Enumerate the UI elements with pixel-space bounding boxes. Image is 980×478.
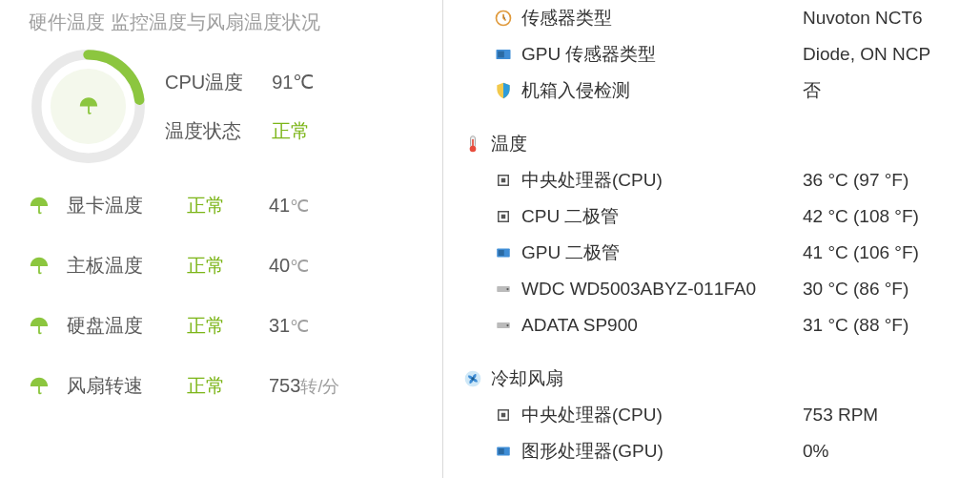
chip-icon	[493, 170, 514, 191]
cpu-value: 36 °C (97 °F)	[803, 170, 909, 191]
table-row[interactable]: GPU 二极管 41 °C (106 °F)	[462, 235, 980, 271]
cpu-fan-label: 中央处理器(CPU)	[521, 403, 663, 427]
clock-icon	[493, 8, 514, 29]
sensor-tree: 传感器类型 Nuvoton NCT6 GPU 传感器类型 Diode, ON N…	[462, 0, 980, 469]
wdc-drive-label: WDC WD5003ABYZ-011FA0	[521, 279, 756, 300]
temp-section-label: 温度	[491, 132, 527, 156]
gpu-temp-label: 显卡温度	[67, 193, 181, 218]
gpu-temp-status: 正常	[187, 193, 263, 218]
gpu-sensor-type-value: Diode, ON NCP	[803, 44, 930, 65]
gpu-fan-label: 图形处理器(GPU)	[521, 439, 664, 464]
left-header: 硬件温度 监控温度与风扇温度状况	[29, 10, 425, 35]
gpu-icon	[493, 441, 514, 462]
cpu-temp-value: 91℃	[272, 71, 314, 94]
list-item: 风扇转速 正常 753转/分	[29, 373, 425, 399]
svg-rect-24	[499, 448, 504, 454]
hdd-temp-label: 硬盘温度	[67, 313, 181, 339]
chassis-intrusion-value: 否	[803, 78, 821, 103]
drive-icon	[493, 279, 514, 300]
hdd-temp-status: 正常	[187, 313, 263, 339]
svg-rect-22	[501, 413, 506, 418]
shield-icon	[493, 80, 514, 101]
cpu-diode-value: 42 °C (108 °F)	[803, 206, 919, 227]
table-row[interactable]: 机箱入侵检测 否	[462, 73, 980, 109]
umbrella-icon	[78, 96, 99, 117]
svg-rect-8	[472, 139, 474, 149]
cpu-diode-label: CPU 二极管	[521, 204, 619, 229]
sensor-type-label: 传感器类型	[521, 6, 612, 31]
cpu-fan-value: 753 RPM	[803, 405, 878, 426]
cpu-label: 中央处理器(CPU)	[521, 168, 663, 193]
table-row[interactable]: 中央处理器(CPU) 36 °C (97 °F)	[462, 162, 980, 198]
thermometer-icon	[462, 134, 483, 155]
fan-speed-status: 正常	[187, 373, 263, 399]
svg-rect-5	[498, 52, 504, 58]
right-panel: 传感器类型 Nuvoton NCT6 GPU 传感器类型 Diode, ON N…	[443, 0, 980, 478]
table-row[interactable]: 中央处理器(CPU) 753 RPM	[462, 397, 980, 433]
list-item: 主板温度 正常 40℃	[29, 253, 425, 279]
list-item: 硬盘温度 正常 31℃	[29, 313, 425, 339]
table-row[interactable]: CPU 二极管 42 °C (108 °F)	[462, 198, 980, 235]
gpu-diode-value: 41 °C (106 °F)	[803, 242, 919, 263]
table-row[interactable]: 传感器类型 Nuvoton NCT6	[462, 0, 980, 36]
fan-section-label: 冷却风扇	[491, 366, 563, 391]
gpu-icon	[493, 44, 514, 65]
sensor-type-value: Nuvoton NCT6	[803, 8, 923, 29]
gpu-fan-value: 0%	[803, 441, 828, 462]
umbrella-icon	[29, 196, 50, 217]
svg-point-18	[506, 324, 508, 326]
svg-point-16	[506, 288, 508, 290]
gpu-temp-value: 41℃	[269, 195, 374, 217]
chassis-intrusion-label: 机箱入侵检测	[521, 78, 630, 103]
temp-status-value: 正常	[272, 118, 314, 144]
umbrella-icon	[29, 376, 50, 397]
fan-speed-label: 风扇转速	[67, 373, 181, 399]
fan-icon	[462, 368, 483, 389]
temp-status-label: 温度状态	[165, 118, 243, 144]
mb-temp-value: 40℃	[269, 255, 374, 277]
temp-section[interactable]: 温度	[462, 126, 980, 162]
fan-section[interactable]: 冷却风扇	[462, 361, 980, 397]
table-row[interactable]: ADATA SP900 31 °C (88 °F)	[462, 307, 980, 343]
cpu-temp-label: CPU温度	[165, 70, 243, 95]
table-row[interactable]: WDC WD5003ABYZ-011FA0 30 °C (86 °F)	[462, 271, 980, 307]
svg-rect-14	[499, 250, 504, 256]
gpu-sensor-type-label: GPU 传感器类型	[521, 42, 656, 67]
table-row[interactable]: 图形处理器(GPU) 0%	[462, 433, 980, 469]
drive-icon	[493, 315, 514, 336]
hdd-temp-value: 31℃	[269, 315, 374, 337]
svg-rect-12	[501, 215, 506, 219]
chip-icon	[493, 206, 514, 227]
umbrella-icon	[29, 256, 50, 277]
left-panel: 硬件温度 监控温度与风扇温度状况 CPU温度 91℃ 温度状态 正常	[0, 0, 443, 478]
gpu-diode-label: GPU 二极管	[521, 240, 620, 265]
cpu-gauge-row: CPU温度 91℃ 温度状态 正常	[29, 47, 425, 166]
gpu-icon	[493, 242, 514, 263]
cpu-gauge	[29, 47, 148, 166]
mb-temp-status: 正常	[187, 253, 263, 279]
fan-speed-value: 753转/分	[269, 375, 374, 398]
chip-icon	[493, 405, 514, 426]
table-row[interactable]: GPU 传感器类型 Diode, ON NCP	[462, 36, 980, 73]
adata-drive-label: ADATA SP900	[521, 315, 638, 336]
adata-drive-value: 31 °C (88 °F)	[803, 315, 909, 336]
cpu-gauge-info: CPU温度 91℃ 温度状态 正常	[165, 70, 314, 144]
list-item: 显卡温度 正常 41℃	[29, 193, 425, 218]
wdc-drive-value: 30 °C (86 °F)	[803, 279, 909, 300]
umbrella-icon	[29, 316, 50, 337]
mb-temp-label: 主板温度	[67, 253, 181, 279]
temp-rows: 显卡温度 正常 41℃ 主板温度 正常 40℃ 硬盘温度 正常 31℃ 风扇转速…	[29, 193, 425, 399]
svg-rect-10	[501, 178, 506, 183]
svg-point-20	[471, 377, 474, 380]
